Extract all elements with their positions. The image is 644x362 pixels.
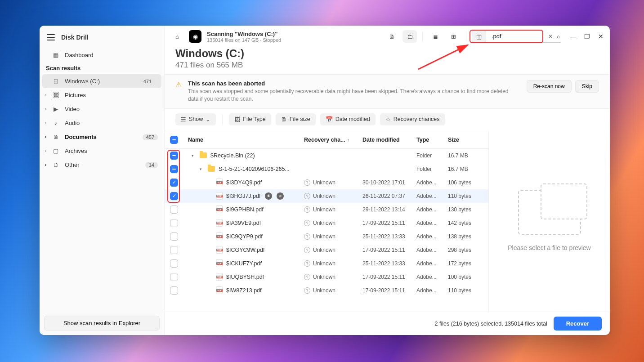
status-bar: 2 files (216 bytes) selected, 135014 fil… [165,312,610,335]
table-row[interactable]: $ICKUF7Y.pdf?Unknown25-11-2022 13:33Adob… [165,257,488,270]
size-cell: 298 bytes [448,247,483,253]
show-in-explorer-button[interactable]: Show scan results in Explorer [44,316,160,331]
date-cell: 26-11-2022 07:37 [362,193,416,199]
file-icon: 🗎 [281,116,287,123]
filesize-filter-button[interactable]: 🗎File size [276,113,316,125]
file-name: $IW8Z213.pdf [226,287,262,294]
export-icon[interactable]: 🗎 [385,30,399,43]
row-checkbox[interactable] [170,152,178,160]
date-filter-button[interactable]: 📅Date modified [320,113,376,125]
table-row[interactable]: $I3DY4Q9.pdf?Unknown30-10-2022 17:01Adob… [165,176,488,189]
filetype-filter-button[interactable]: 🖼File Type [229,113,271,125]
close-icon[interactable]: ✕ [598,33,604,40]
recovery-cell: ?Unknown [304,233,362,240]
nav-audio[interactable]: › ♪ Audio [40,116,164,130]
menu-icon[interactable] [47,34,55,40]
show-filter-button[interactable]: ☰Show⌄ [175,113,216,125]
nav-windows-c[interactable]: ⌸ Windows (C:) 471 [42,74,161,88]
size-cell: 16.7 MB [448,152,483,159]
name-cell: $I3HGJ7J.pdf👁# [188,192,304,200]
image-icon: 🖼 [52,92,59,98]
nav-documents[interactable]: › 🗎 Documents 457 [40,130,164,144]
table-row[interactable]: $I3HGJ7J.pdf👁#?Unknown26-11-2022 07:37Ad… [165,189,488,203]
expand-icon[interactable]: ▾ [200,167,204,171]
split-view-icon[interactable]: ◫ [472,30,486,43]
pdf-icon [216,192,223,200]
table-row[interactable]: ▾S-1-5-21-1402096106-265...Folder16.7 MB [165,162,488,176]
table-row[interactable]: $IC9QYP9.pdf?Unknown25-11-2022 13:33Adob… [165,230,488,243]
video-icon: ▶ [52,106,59,112]
row-checkbox[interactable] [170,165,178,173]
count-badge: 14 [145,162,158,168]
row-checkbox[interactable] [170,273,178,281]
row-checkbox[interactable] [170,192,178,200]
table-row[interactable]: $I9GPHBN.pdf?Unknown29-11-2022 13:14Adob… [165,203,488,216]
type-cell: Folder [416,152,448,159]
master-checkbox[interactable] [170,136,178,144]
nav-label: Documents [65,134,97,140]
nav-other[interactable]: › 🗋 Other 14 [40,158,164,172]
table-row[interactable]: $IUQBYSH.pdf?Unknown17-09-2022 15:11Adob… [165,270,488,284]
table-row[interactable]: $IA39VE9.pdf?Unknown17-09-2022 15:11Adob… [165,216,488,230]
scanning-disk-icon[interactable]: ◉ [189,30,201,43]
column-type[interactable]: Type [416,137,448,143]
pdf-icon [216,259,223,267]
hex-badge-icon[interactable]: # [277,192,284,200]
maximize-icon[interactable]: ❐ [584,33,590,40]
minimize-icon[interactable]: — [570,33,576,40]
recover-button[interactable]: Recover [554,317,602,331]
pdf-icon [216,219,223,227]
column-size[interactable]: Size [448,137,483,143]
home-icon[interactable]: ⌂ [171,30,183,43]
type-cell: Adobe... [416,193,448,199]
location-header: Windows (C:) 471 files on 565 MB [165,46,610,74]
expand-icon[interactable]: ▾ [192,153,196,158]
selection-status: 2 files (216 bytes) selected, 135014 fil… [435,321,547,327]
name-cell: $IUQBYSH.pdf [188,273,304,281]
row-checkbox[interactable] [170,246,178,254]
chevron-right-icon: › [45,107,49,112]
table-row[interactable]: $IW8Z213.pdf?Unknown17-09-2022 15:11Adob… [165,284,488,297]
row-checkbox[interactable] [170,232,178,241]
nav-archives[interactable]: › ▢ Archives [40,144,164,158]
unknown-icon: ? [304,220,310,226]
column-date[interactable]: Date modified [362,137,416,143]
skip-button[interactable]: Skip [575,80,599,93]
row-checkbox[interactable] [170,219,178,227]
grid-view-icon[interactable]: ⊞ [446,30,461,43]
nav-pictures[interactable]: › 🖼 Pictures [40,88,164,102]
column-recovery[interactable]: Recovery cha...↑ [304,137,362,143]
nav-dashboard[interactable]: ▦ Dashboard [40,48,164,62]
size-cell: 130 bytes [448,206,483,213]
pdf-icon [216,206,223,213]
clear-search-icon[interactable]: ✕ [548,33,553,40]
folder-view-icon[interactable]: 🗀 [402,30,417,43]
search-icon[interactable]: ⌕ [557,33,560,40]
sort-asc-icon: ↑ [347,138,349,143]
topbar: ⌂ ◉ Scanning "Windows (C:)" 135014 files… [165,26,610,46]
file-name: $IUQBYSH.pdf [226,274,264,280]
name-cell: ▾S-1-5-21-1402096106-265... [188,166,304,172]
size-cell: 138 bytes [448,233,483,240]
table-row[interactable]: $ICGYC9W.pdf?Unknown17-09-2022 15:11Adob… [165,243,488,257]
row-checkbox[interactable] [170,206,178,214]
warning-icon: ⚠ [175,80,182,89]
filter-icon: ☰ [181,116,186,123]
row-checkbox[interactable] [170,286,178,295]
name-cell: ▾$Recycle.Bin (22) [188,152,304,159]
recovery-filter-button[interactable]: ☆Recovery chances [380,113,445,125]
nav-video[interactable]: › ▶ Video [40,102,164,116]
column-name[interactable]: Name [188,137,304,143]
date-cell: 30-10-2022 17:01 [362,179,416,186]
size-cell: 100 bytes [448,274,483,280]
divider [222,114,223,124]
rescan-button[interactable]: Re-scan now [527,80,572,93]
preview-badge-icon[interactable]: 👁 [265,192,272,200]
table-row[interactable]: ▾$Recycle.Bin (22)Folder16.7 MB [165,149,488,162]
recovery-cell: ?Unknown [304,206,362,213]
row-checkbox[interactable] [170,179,178,187]
list-view-icon[interactable]: ≣ [428,30,443,43]
date-cell: 17-09-2022 15:11 [362,274,416,280]
row-checkbox[interactable] [170,259,178,268]
sidebar-header: Disk Drill [40,26,164,48]
